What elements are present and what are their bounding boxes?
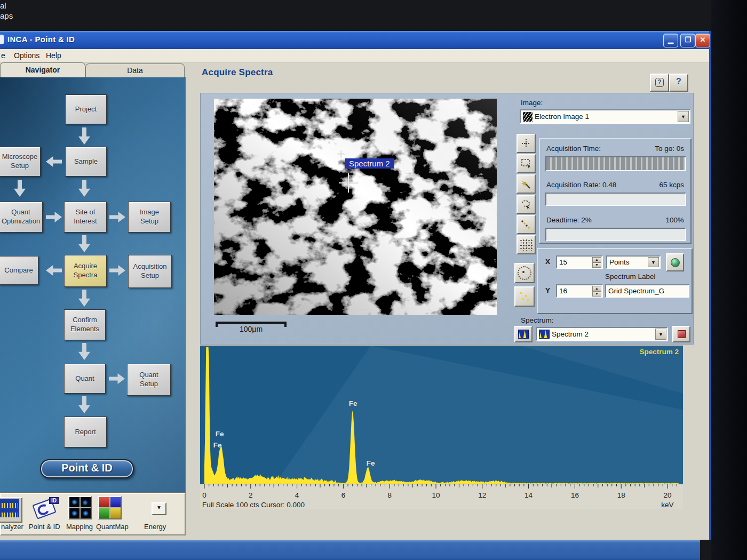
tab-navigator[interactable]: Navigator [0, 62, 85, 77]
inca-window: INCA - Point & ID ▁ ❐ ✕ e Options Help N… [0, 31, 711, 540]
flow-arrow-down-icon [78, 290, 90, 307]
beam-spot-button[interactable] [514, 263, 535, 283]
x-axis-strip: 02468101214161820keVFull Scale 100 cts C… [200, 484, 683, 509]
spectrum-caption: Spectrum: [521, 316, 554, 324]
chevron-down-icon[interactable]: ▼ [678, 111, 689, 122]
point-series-tool-button[interactable] [516, 215, 536, 234]
flow-report[interactable]: Report [64, 417, 107, 447]
mapping-icon[interactable] [68, 496, 92, 519]
flow-quant-optimization[interactable]: Quant Optimization [0, 202, 43, 233]
flow-sample[interactable]: Sample [65, 147, 107, 177]
spectrum-marker-label[interactable]: Spectrum 2 [345, 158, 394, 169]
scale-bar-label: 100µm [216, 325, 287, 333]
flow-acquire-spectra[interactable]: Acquire Spectra [64, 255, 107, 287]
energy-icon[interactable]: ▼ [152, 502, 166, 515]
flow-arrow-right-icon [109, 265, 125, 276]
image-select[interactable]: Electron Image 1 ▼ [520, 109, 690, 124]
freehand-select-tool-button[interactable] [516, 195, 536, 214]
flow-arrow-down-icon [78, 343, 90, 360]
x-spinner[interactable]: 15 ▲▼ [556, 255, 603, 269]
acquisition-rate-bar [545, 193, 686, 206]
spectrum-label-caption: Spectrum Label [605, 273, 656, 281]
close-button[interactable]: ✕ [695, 34, 710, 47]
analyzer-icon[interactable] [0, 497, 22, 523]
help-button[interactable]: ? [669, 74, 688, 92]
flow-image-setup[interactable]: Image Setup [128, 202, 171, 233]
chevron-down-icon[interactable]: ▼ [655, 329, 666, 340]
flow-arrow-left-icon [46, 265, 62, 276]
acquisition-rate-value: 65 kcps [659, 181, 684, 189]
delete-spectrum-button[interactable] [672, 326, 690, 342]
show-spectrum-button[interactable] [514, 326, 533, 342]
image-select-value: Electron Image 1 [535, 113, 589, 121]
mode-select[interactable]: Points ▼ [606, 255, 661, 269]
start-acquisition-button[interactable] [666, 253, 684, 271]
eds-spectrum-chart[interactable]: FeFeFeFeSpectrum 2 02468101214161820keVF… [200, 346, 683, 509]
toolbar-analyzer-label[interactable]: nalyzer [1, 523, 23, 531]
maximize-button[interactable]: ❐ [680, 34, 695, 47]
x-label: X [545, 258, 550, 266]
flow-arrow-right-icon [109, 212, 125, 222]
menu-file-partial[interactable]: e [1, 51, 5, 60]
spectrum-label-input[interactable]: Grid Spectrum_G [605, 284, 689, 298]
magic-wand-tool-button[interactable] [516, 174, 536, 194]
svg-text:Full Scale 100 cts Cursor: 0.0: Full Scale 100 cts Cursor: 0.000 [202, 501, 305, 509]
flow-quant[interactable]: Quant [64, 364, 106, 394]
taskbar[interactable] [0, 540, 700, 560]
mode-select-value: Points [609, 258, 630, 266]
flow-compare[interactable]: Compare [0, 256, 38, 285]
spinner-arrows-icon[interactable]: ▲▼ [592, 257, 601, 267]
svg-text:10: 10 [432, 491, 440, 499]
flow-arrow-down-icon [14, 180, 26, 197]
svg-text:Fe: Fe [367, 459, 375, 467]
flow-acquisition-setup[interactable]: Acquisition Setup [128, 255, 172, 288]
menu-options[interactable]: Options [14, 51, 39, 60]
flow-arrow-down-icon [78, 396, 90, 413]
chevron-down-icon[interactable]: ▼ [648, 257, 659, 267]
svg-text:keV: keV [661, 501, 673, 509]
spinner-arrows-icon[interactable]: ▲▼ [592, 286, 601, 296]
grid-tool-button[interactable] [516, 235, 536, 254]
tab-data[interactable]: Data [85, 63, 185, 77]
x-value: 15 [559, 258, 567, 266]
acquisition-status-group: Acquisition Time: To go: 0s Acquisition … [539, 138, 692, 244]
svg-text:Fe: Fe [216, 430, 224, 438]
spectrum-plot[interactable]: FeFeFeFeSpectrum 2 [200, 346, 683, 484]
desktop-edge [711, 0, 747, 560]
acquire-panel: Spectrum 2 100µm Image: Electron Image 1… [200, 93, 694, 345]
toolbar-energy-label[interactable]: Energy [144, 523, 166, 531]
flow-project[interactable]: Project [65, 94, 107, 124]
toolbar-quantmap-label[interactable]: QuantMap [96, 523, 129, 531]
point-id-mode-button[interactable]: Point & ID [40, 459, 134, 478]
page-title: Acquire Spectra [202, 67, 273, 78]
electron-image-icon [523, 112, 533, 122]
navigator-panel: Project Microscope Setup Sample Quant Op… [0, 77, 186, 493]
scatter-points-button[interactable] [514, 286, 535, 307]
flow-confirm-elements[interactable]: Confirm Elements [64, 309, 106, 340]
app-icon [0, 35, 4, 44]
context-help-button[interactable]: ? [650, 74, 669, 92]
toolbar-mapping-label[interactable]: Mapping [66, 523, 93, 531]
minimize-button[interactable]: ▁ [663, 34, 678, 47]
acquisition-time-progressbar [545, 156, 686, 171]
flow-site-of-interest[interactable]: Site of Interest [64, 202, 107, 233]
menu-help[interactable]: Help [46, 51, 61, 60]
spectrum-select[interactable]: Spectrum 2 ▼ [536, 327, 668, 341]
menu-bar: e Options Help [0, 49, 709, 63]
y-spinner[interactable]: 16 ▲▼ [556, 284, 603, 298]
flow-quant-setup[interactable]: Quant Setup [127, 364, 171, 396]
image-caption: Image: [521, 99, 543, 107]
title-bar[interactable]: INCA - Point & ID ▁ ❐ ✕ [0, 31, 709, 49]
rectangle-select-tool-button[interactable] [516, 154, 536, 173]
svg-text:14: 14 [525, 491, 533, 499]
red-square-icon [678, 330, 686, 338]
point-id-icon[interactable]: ID [33, 496, 59, 521]
electron-image[interactable]: Spectrum 2 [214, 99, 497, 315]
flow-microscope-setup[interactable]: Microscope Setup [0, 147, 41, 177]
point-tool-button[interactable] [516, 134, 536, 153]
desktop-icon-label: al [0, 1, 6, 10]
quantmap-icon[interactable] [98, 496, 122, 519]
toolbar-point-id-label[interactable]: Point & ID [29, 523, 60, 531]
deadtime-value: 100% [665, 216, 684, 224]
spectrum-icon [539, 330, 550, 339]
